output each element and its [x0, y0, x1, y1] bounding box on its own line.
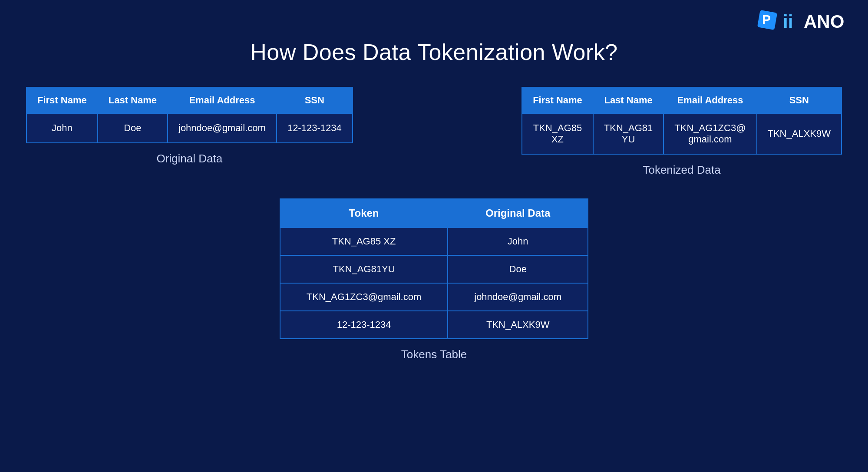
orig-header-lastname: Last Name [98, 87, 168, 113]
tokenized-data-section: First Name Last Name Email Address SSN T… [521, 87, 842, 177]
token-cell-4: 12-123-1234 [280, 311, 448, 339]
table-row: TKN_AG85XZ TKN_AG81YU TKN_AG1ZC3@gmail.c… [522, 113, 842, 154]
tokens-section: Token Original Data TKN_AG85 XZ John TKN… [0, 198, 868, 361]
tok-cell-lastname: TKN_AG81YU [593, 113, 664, 154]
tokens-header-original: Original Data [448, 199, 588, 228]
tokens-table-caption: Tokens Table [401, 348, 467, 361]
logo: P ii ANO [757, 8, 852, 36]
tables-top-row: First Name Last Name Email Address SSN J… [0, 87, 868, 177]
svg-text:ANO: ANO [804, 11, 844, 32]
token-cell-3: TKN_AG1ZC3@gmail.com [280, 283, 448, 311]
orig-cell-ssn: 12-123-1234 [277, 113, 353, 143]
orig-cell-lastname: Doe [98, 113, 168, 143]
tokens-header-token: Token [280, 199, 448, 228]
tokenized-data-table: First Name Last Name Email Address SSN T… [521, 87, 842, 155]
orig-header-email: Email Address [168, 87, 277, 113]
table-row: John Doe johndoe@gmail.com 12-123-1234 [26, 113, 353, 143]
original-data-section: First Name Last Name Email Address SSN J… [26, 87, 353, 165]
token-cell-1: TKN_AG85 XZ [280, 228, 448, 255]
tok-header-ssn: SSN [757, 87, 842, 113]
tok-cell-email: TKN_AG1ZC3@gmail.com [663, 113, 756, 154]
page-title: How Does Data Tokenization Work? [0, 39, 868, 65]
tokenized-data-caption: Tokenized Data [643, 163, 720, 177]
tok-cell-ssn: TKN_ALXK9W [757, 113, 842, 154]
original-data-table: First Name Last Name Email Address SSN J… [26, 87, 353, 143]
orig-header-ssn: SSN [277, 87, 353, 113]
orig-cell-email: johndoe@gmail.com [168, 113, 277, 143]
original-cell-2: Doe [448, 255, 588, 283]
table-row: 12-123-1234 TKN_ALXK9W [280, 311, 588, 339]
orig-cell-firstname: John [26, 113, 98, 143]
token-cell-2: TKN_AG81YU [280, 255, 448, 283]
table-row: TKN_AG81YU Doe [280, 255, 588, 283]
original-cell-1: John [448, 228, 588, 255]
tok-header-firstname: First Name [522, 87, 593, 113]
svg-text:ii: ii [783, 11, 793, 32]
tokens-table: Token Original Data TKN_AG85 XZ John TKN… [280, 198, 588, 339]
original-data-caption: Original Data [156, 152, 222, 165]
original-cell-4: TKN_ALXK9W [448, 311, 588, 339]
table-row: TKN_AG1ZC3@gmail.com johndoe@gmail.com [280, 283, 588, 311]
tok-header-email: Email Address [663, 87, 756, 113]
original-cell-3: johndoe@gmail.com [448, 283, 588, 311]
table-row: TKN_AG85 XZ John [280, 228, 588, 255]
orig-header-firstname: First Name [26, 87, 98, 113]
svg-text:P: P [762, 12, 771, 26]
tok-header-lastname: Last Name [593, 87, 664, 113]
tok-cell-firstname: TKN_AG85XZ [522, 113, 593, 154]
